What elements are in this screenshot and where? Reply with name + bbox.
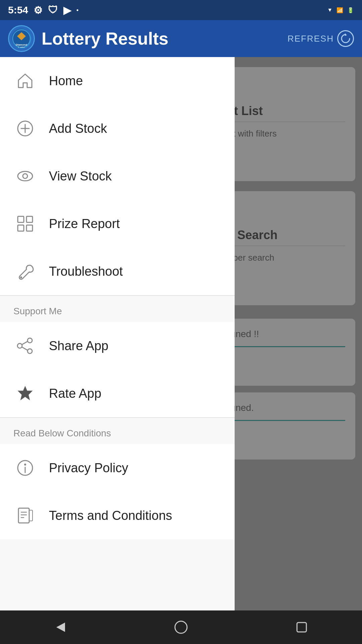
nav-home-label: Home [49, 74, 83, 88]
status-bar: 5:54 ⚙ 🛡 ▶ • ▼ 📶 🔋 [0, 0, 362, 20]
home-button[interactable] [168, 614, 194, 641]
refresh-label: REFRESH [288, 34, 334, 44]
nav-item-troubleshoot[interactable]: Troubleshoot [0, 248, 235, 295]
home-icon [13, 69, 37, 93]
info-icon [13, 456, 37, 480]
svg-rect-38 [297, 623, 306, 632]
nav-item-share-app[interactable]: Share App [0, 322, 235, 370]
bottom-navigation [0, 610, 362, 644]
wrench-icon [13, 260, 37, 283]
list-icon [13, 504, 37, 527]
status-left: 5:54 ⚙ 🛡 ▶ • [8, 4, 78, 16]
refresh-icon [337, 30, 354, 47]
play-icon: ▶ [63, 4, 71, 16]
add-circle-icon [13, 117, 37, 140]
nav-drawer: Home Add Stock View Stock [0, 57, 235, 644]
svg-point-23 [27, 349, 32, 354]
svg-point-16 [23, 174, 27, 178]
conditions-section-header: Read Below Conditions [0, 418, 235, 444]
status-right: ▼ 📶 🔋 [327, 7, 354, 13]
settings-icon: ⚙ [34, 4, 43, 16]
nav-item-terms[interactable]: Terms and Conditions [0, 492, 235, 539]
svg-point-29 [24, 464, 26, 466]
eye-icon [13, 164, 37, 188]
svg-rect-18 [26, 216, 33, 222]
svg-rect-31 [18, 508, 29, 523]
nav-item-add-stock[interactable]: Add Stock [0, 105, 235, 152]
status-time: 5:54 [8, 4, 28, 16]
nav-view-stock-label: View Stock [49, 169, 112, 183]
share-icon [13, 334, 37, 358]
signal-icon: 📶 [337, 7, 343, 13]
grid-icon [13, 212, 37, 235]
nav-item-view-stock[interactable]: View Stock [0, 152, 235, 200]
app-header: Diamond Lotto Lottery Results REFRESH [0, 20, 362, 57]
recents-button[interactable] [288, 614, 315, 641]
svg-marker-36 [56, 623, 65, 632]
nav-prize-report-label: Prize Report [49, 217, 120, 231]
nav-item-home[interactable]: Home [0, 57, 235, 105]
star-icon [13, 382, 37, 405]
svg-point-21 [20, 276, 22, 278]
svg-rect-17 [18, 216, 24, 222]
svg-marker-4 [345, 33, 347, 36]
nav-add-stock-label: Add Stock [49, 121, 107, 136]
shield-icon: 🛡 [48, 4, 58, 16]
battery-icon: 🔋 [347, 7, 354, 13]
support-section-header: Support Me [0, 296, 235, 322]
svg-point-37 [175, 621, 187, 633]
svg-marker-27 [18, 386, 33, 400]
app-title: Lottery Results [42, 29, 288, 49]
app-logo-inner: Diamond Lotto [11, 29, 32, 49]
svg-line-26 [22, 347, 27, 350]
dot-icon: • [76, 7, 78, 14]
back-button[interactable] [47, 614, 74, 641]
nav-terms-label: Terms and Conditions [49, 508, 172, 523]
svg-point-22 [27, 338, 32, 343]
nav-rate-app-label: Rate App [49, 386, 101, 401]
nav-privacy-policy-label: Privacy Policy [49, 461, 128, 475]
nav-item-rate-app[interactable]: Rate App [0, 370, 235, 417]
svg-rect-19 [18, 225, 24, 231]
svg-line-25 [22, 341, 27, 344]
nav-item-prize-report[interactable]: Prize Report [0, 200, 235, 248]
svg-text:Lotto: Lotto [18, 46, 25, 48]
nav-troubleshoot-label: Troubleshoot [49, 264, 123, 279]
nav-item-privacy-policy[interactable]: Privacy Policy [0, 444, 235, 492]
app-logo: Diamond Lotto [8, 25, 35, 52]
svg-point-24 [17, 343, 22, 348]
svg-point-15 [18, 171, 33, 181]
wifi-icon: ▼ [327, 7, 333, 13]
refresh-button[interactable]: REFRESH [288, 30, 354, 47]
nav-share-app-label: Share App [49, 339, 108, 353]
svg-rect-20 [26, 225, 33, 231]
